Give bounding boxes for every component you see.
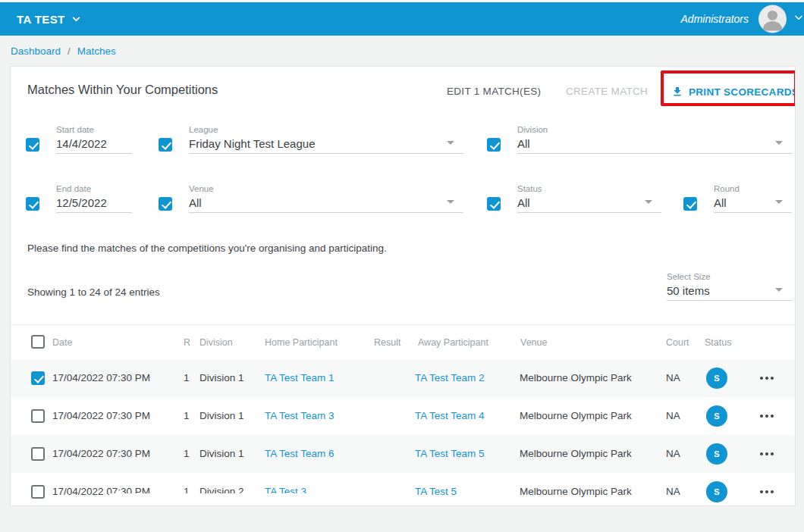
filter-label: Venue: [189, 183, 463, 194]
table-header: DateRDivisionHome ParticipantResultAway …: [11, 324, 795, 359]
filter-label: End date: [56, 183, 132, 194]
cell-home[interactable]: TA Test Team 1: [265, 359, 334, 397]
filter-value: Friday Night Test League: [189, 135, 463, 153]
cell-away[interactable]: TA Test Team 5: [415, 435, 485, 473]
filter-checkbox[interactable]: [487, 197, 501, 211]
entries-count: Showing 1 to 24 of 24 entries: [27, 286, 160, 298]
filter-value: All: [517, 135, 792, 153]
cell-r: 1: [184, 359, 190, 397]
cell-court: NA: [666, 473, 680, 506]
chevron-down-icon: [645, 200, 652, 204]
filter-field[interactable]: DivisionAll: [517, 124, 792, 154]
filter-checkbox[interactable]: [487, 138, 501, 152]
cell-date: 17/04/2022 07:30 PM: [52, 435, 150, 473]
cell-home[interactable]: TA Test Team 6: [265, 435, 334, 473]
table-row: 17/04/2022 07:30 PM1Division 1TA Test Te…: [11, 435, 795, 473]
cell-court: NA: [666, 397, 680, 435]
chevron-down-icon: [71, 14, 81, 24]
select-all-checkbox[interactable]: [31, 335, 45, 349]
filter-status: StatusAll: [487, 183, 661, 213]
chevron-down-icon[interactable]: [793, 12, 804, 26]
filter-round: RoundAll: [683, 183, 792, 213]
chevron-down-icon: [775, 141, 783, 145]
filter-value: 12/5/2022: [56, 194, 132, 212]
column-header-date: Date: [52, 325, 72, 360]
filter-value: All: [517, 194, 661, 212]
row-checkbox[interactable]: [31, 485, 45, 499]
row-menu-button[interactable]: [760, 377, 774, 380]
filter-label: Status: [517, 183, 661, 194]
filter-field[interactable]: StatusAll: [517, 183, 661, 213]
row-menu-button[interactable]: [760, 452, 774, 455]
status-badge: S: [706, 443, 727, 465]
row-checkbox[interactable]: [31, 447, 45, 461]
page-size-label: Select Size: [667, 271, 792, 282]
cell-away[interactable]: TA Test Team 2: [415, 359, 485, 397]
table-body: 17/04/2022 07:30 PM1Division 1TA Test Te…: [11, 359, 795, 506]
page-title: Matches Within Your Competitions: [27, 83, 218, 97]
print-scorecards-button[interactable]: PRINT SCORECARDS: [671, 86, 796, 98]
filter-label: Round: [714, 183, 792, 194]
cell-division: Division 1: [199, 359, 244, 397]
avatar[interactable]: [758, 5, 787, 33]
edit-matches-button[interactable]: EDIT 1 MATCH(ES): [447, 86, 541, 97]
filter-value: 14/4/2022: [56, 135, 132, 153]
row-menu-button[interactable]: [760, 415, 774, 418]
filter-field[interactable]: Start date14/4/2022: [56, 124, 132, 154]
row-checkbox[interactable]: [31, 409, 45, 423]
page-size-field[interactable]: Select Size 50 items: [667, 271, 792, 301]
cell-away[interactable]: TA Test 5: [415, 473, 457, 506]
filter-end-date: End date12/5/2022: [26, 183, 132, 213]
filter-field[interactable]: RoundAll: [714, 183, 792, 213]
cell-away[interactable]: TA Test Team 4: [415, 397, 485, 435]
filter-label: Division: [517, 124, 792, 135]
cell-division: Division 1: [199, 397, 244, 435]
breadcrumb-dashboard[interactable]: Dashboard: [11, 45, 61, 57]
status-badge: S: [706, 368, 727, 389]
filter-field[interactable]: VenueAll: [189, 183, 463, 213]
top-app-bar: TA TEST Administrators: [0, 2, 804, 36]
org-name: TA TEST: [17, 13, 65, 26]
cell-venue: Melbourne Olympic Park: [520, 397, 632, 435]
column-header-home-participant: Home Participant: [265, 325, 338, 360]
cell-r: 1: [184, 397, 190, 435]
download-icon: [671, 86, 683, 98]
user-role-label: Administrators: [681, 13, 749, 25]
person-icon: [758, 5, 787, 33]
breadcrumb-matches[interactable]: Matches: [77, 45, 116, 57]
filter-field[interactable]: LeagueFriday Night Test League: [189, 124, 463, 154]
info-text: Please find the matches of the competiti…: [27, 243, 387, 254]
filter-checkbox[interactable]: [683, 197, 697, 211]
filter-division: DivisionAll: [487, 124, 792, 154]
breadcrumb: Dashboard / Matches: [0, 36, 804, 66]
screenshot-clip-artifact: [109, 493, 413, 505]
row-checkbox[interactable]: [31, 371, 45, 385]
column-header-venue: Venue: [520, 325, 547, 360]
cell-division: Division 1: [199, 435, 244, 473]
status-badge: S: [706, 405, 727, 427]
create-match-button[interactable]: CREATE MATCH: [566, 86, 648, 97]
filter-venue: VenueAll: [159, 183, 463, 213]
org-selector[interactable]: TA TEST: [17, 13, 81, 26]
matches-card: Matches Within Your Competitions EDIT 1 …: [10, 66, 796, 506]
filter-field[interactable]: End date12/5/2022: [56, 183, 132, 213]
chevron-down-icon: [447, 141, 454, 145]
cell-date: 17/04/2022 07:30 PM: [52, 397, 150, 435]
filter-value: All: [189, 194, 463, 212]
cell-home[interactable]: TA Test Team 3: [265, 397, 334, 435]
cell-court: NA: [666, 435, 680, 473]
column-header-r: R: [184, 325, 190, 360]
filter-checkbox[interactable]: [26, 138, 39, 152]
column-header-status: Status: [705, 325, 731, 360]
filter-checkbox[interactable]: [159, 197, 172, 211]
page-size-value: 50 items: [667, 282, 792, 300]
table-row: 17/04/2022 07:30 PM1Division 1TA Test Te…: [11, 359, 795, 397]
filter-start-date: Start date14/4/2022: [26, 124, 132, 154]
page-size-select[interactable]: Select Size 50 items: [667, 271, 792, 301]
filter-checkbox[interactable]: [159, 138, 172, 152]
column-header-away-participant: Away Participant: [418, 325, 488, 360]
filter-checkbox[interactable]: [26, 197, 39, 211]
row-menu-button[interactable]: [760, 490, 774, 493]
cell-r: 1: [184, 435, 190, 473]
cell-date: 17/04/2022 07:30 PM: [52, 359, 150, 397]
